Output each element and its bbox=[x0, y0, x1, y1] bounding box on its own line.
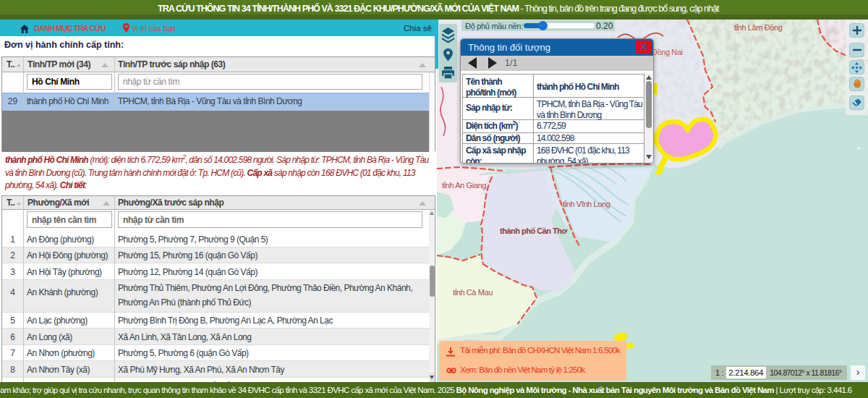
svg-text:tỉnh Vĩnh Long: tỉnh Vĩnh Long bbox=[563, 200, 610, 208]
svg-text:tỉnh An Giang: tỉnh An Giang bbox=[442, 181, 486, 190]
svg-text:Đồng Nai: Đồng Nai bbox=[652, 48, 683, 56]
svg-text:tỉnh Lâm Đồng: tỉnh Lâm Đồng bbox=[734, 23, 783, 32]
svg-text:tỉnh Cà Mau: tỉnh Cà Mau bbox=[453, 288, 493, 297]
svg-text:thành phố Cần Thơ: thành phố Cần Thơ bbox=[500, 226, 567, 235]
